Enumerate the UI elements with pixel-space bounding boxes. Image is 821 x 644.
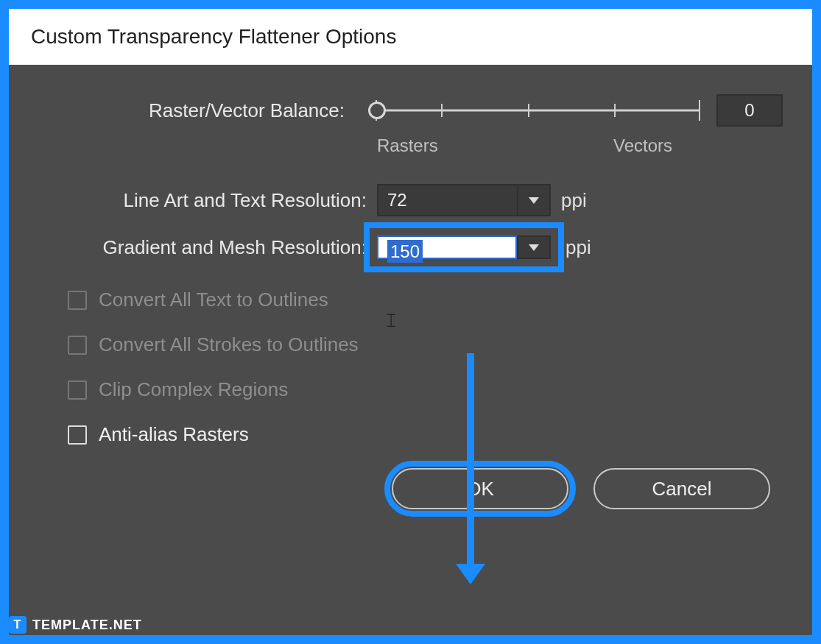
gradient-label: Gradient and Mesh Resolution: <box>38 236 377 259</box>
checkbox-icon <box>68 291 87 310</box>
slider-handle-icon[interactable] <box>368 102 386 119</box>
line-art-resolution-row: Line Art and Text Resolution: 72 ppi <box>38 184 783 216</box>
line-art-combobox[interactable]: 72 <box>377 184 551 216</box>
slider-tick <box>699 100 700 121</box>
gradient-input[interactable]: 150 <box>377 236 517 259</box>
line-art-label: Line Art and Text Resolution: <box>38 189 377 212</box>
convert-text-checkbox[interactable]: Convert All Text to Outlines <box>68 289 783 311</box>
convert-strokes-checkbox[interactable]: Convert All Strokes to Outlines <box>68 333 783 356</box>
slider-tick <box>528 104 529 117</box>
raster-vector-balance-row: Raster/Vector Balance: 0 <box>38 94 783 127</box>
slider-tick <box>441 104 443 117</box>
dialog-content: Raster/Vector Balance: 0 Rasters Vectors… <box>9 65 812 635</box>
balance-label: Raster/Vector Balance: <box>38 99 355 122</box>
convert-strokes-label: Convert All Strokes to Outlines <box>99 333 359 356</box>
clip-regions-label: Clip Complex Regions <box>99 378 288 401</box>
dialog-title: Custom Transparency Flattener Options <box>9 9 812 65</box>
watermark: T TEMPLATE.NET <box>9 616 142 634</box>
slider-track <box>376 110 700 112</box>
anti-alias-label: Anti-alias Rasters <box>99 423 249 446</box>
rasters-label: Rasters <box>377 135 438 156</box>
ok-button[interactable]: OK <box>392 468 568 509</box>
watermark-logo-icon: T <box>9 616 27 634</box>
gradient-resolution-row: Gradient and Mesh Resolution: 150 ppi <box>38 236 783 259</box>
ppi-unit: ppi <box>561 189 587 212</box>
line-art-dropdown-button[interactable] <box>517 184 551 216</box>
slider-end-labels: Rasters Vectors <box>377 135 672 156</box>
clip-regions-checkbox[interactable]: Clip Complex Regions <box>68 378 783 401</box>
watermark-text: TEMPLATE.NET <box>32 618 142 633</box>
balance-slider[interactable] <box>355 96 700 125</box>
annotation-arrow-icon <box>467 353 474 567</box>
gradient-value-selected: 150 <box>387 240 423 263</box>
ppi-unit: ppi <box>565 236 591 259</box>
dialog-window: Custom Transparency Flattener Options Ra… <box>9 9 812 635</box>
options-checkboxes: Convert All Text to Outlines Convert All… <box>68 289 783 446</box>
balance-value-input[interactable]: 0 <box>716 94 783 127</box>
checkbox-icon <box>68 336 87 355</box>
gradient-dropdown-button[interactable] <box>517 236 551 259</box>
anti-alias-checkbox[interactable]: Anti-alias Rasters <box>68 423 783 446</box>
chevron-down-icon <box>529 244 539 251</box>
cancel-button[interactable]: Cancel <box>593 468 770 509</box>
vectors-label: Vectors <box>613 135 672 156</box>
checkbox-icon <box>68 425 87 445</box>
chevron-down-icon <box>529 197 539 204</box>
line-art-input[interactable]: 72 <box>377 184 517 216</box>
checkbox-icon <box>68 381 87 400</box>
convert-text-label: Convert All Text to Outlines <box>99 289 328 311</box>
slider-tick <box>614 104 616 117</box>
gradient-combobox[interactable]: 150 <box>373 231 555 263</box>
dialog-buttons: OK Cancel <box>392 468 783 509</box>
